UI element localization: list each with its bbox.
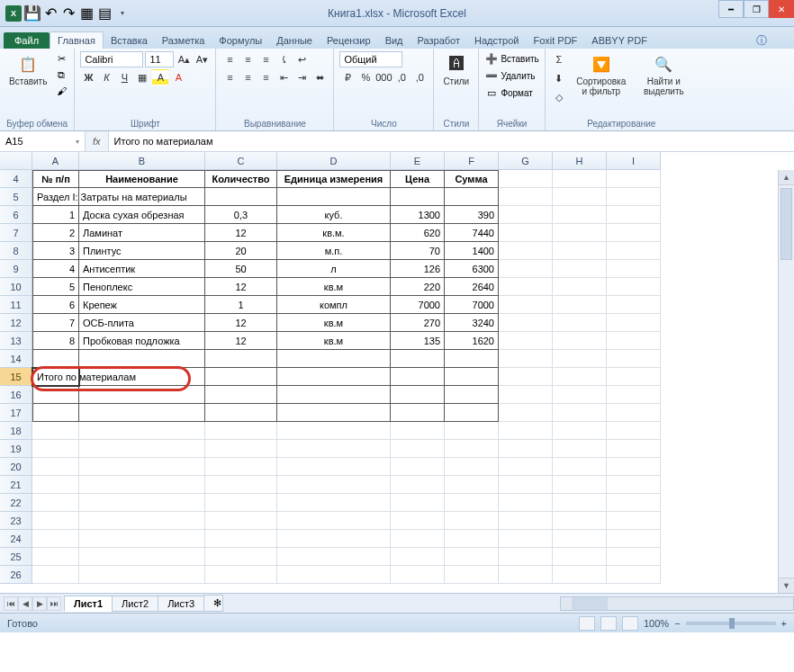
fill-color-button[interactable]: A (152, 69, 168, 85)
insert-cells-button[interactable]: ➕Вставить (484, 51, 538, 66)
cell-A15[interactable]: Итого по материалам (32, 368, 79, 386)
cell-C13[interactable]: 12 (205, 332, 277, 350)
align-center-icon[interactable]: ≡ (239, 69, 256, 85)
cell-C16[interactable] (205, 386, 277, 404)
cell-C7[interactable]: 12 (205, 224, 277, 242)
cell-I15[interactable] (607, 368, 661, 386)
cell-G5[interactable] (499, 188, 553, 206)
number-format-combo[interactable] (339, 51, 402, 67)
cell-C26[interactable] (205, 566, 277, 584)
cell-G8[interactable] (499, 242, 553, 260)
font-size-combo[interactable] (145, 51, 174, 67)
cell-B4[interactable]: Наименование (79, 170, 205, 188)
cell-A9[interactable]: 4 (32, 260, 79, 278)
tab-abbyy[interactable]: ABBYY PDF (584, 32, 654, 49)
cell-A26[interactable] (32, 566, 79, 584)
cell-I13[interactable] (607, 332, 661, 350)
row-header-20[interactable]: 20 (0, 458, 32, 476)
cell-H6[interactable] (553, 206, 607, 224)
cell-E5[interactable] (391, 188, 445, 206)
percent-icon[interactable]: % (357, 69, 374, 85)
cell-F8[interactable]: 1400 (445, 242, 499, 260)
cell-F16[interactable] (445, 386, 499, 404)
cell-A14[interactable] (32, 350, 79, 368)
cell-B6[interactable]: Доска сухая обрезная (79, 206, 205, 224)
cell-I9[interactable] (607, 260, 661, 278)
cell-B24[interactable] (79, 530, 205, 548)
horizontal-scrollbar[interactable] (560, 596, 794, 611)
cell-E11[interactable]: 7000 (391, 296, 445, 314)
align-right-icon[interactable]: ≡ (257, 69, 274, 85)
cell-H14[interactable] (553, 350, 607, 368)
cell-I12[interactable] (607, 314, 661, 332)
cell-B14[interactable] (79, 350, 205, 368)
cell-C21[interactable] (205, 476, 277, 494)
orientation-icon[interactable]: ⤹ (275, 51, 292, 67)
zoom-slider[interactable] (686, 622, 776, 625)
cell-G12[interactable] (499, 314, 553, 332)
sheet-nav-next-icon[interactable]: ▶ (32, 596, 47, 611)
cell-E16[interactable] (391, 386, 445, 404)
cell-E9[interactable]: 126 (391, 260, 445, 278)
cell-E14[interactable] (391, 350, 445, 368)
cell-B10[interactable]: Пеноплекс (79, 278, 205, 296)
cell-E24[interactable] (391, 530, 445, 548)
cell-F20[interactable] (445, 458, 499, 476)
formula-input[interactable]: Итого по материалам (109, 131, 794, 151)
row-header-18[interactable]: 18 (0, 422, 32, 440)
font-color-button[interactable]: A (170, 69, 186, 85)
cell-F19[interactable] (445, 440, 499, 458)
cell-A5[interactable]: Раздел I: Затраты на материалы (32, 188, 79, 206)
cell-H8[interactable] (553, 242, 607, 260)
qat-icon-1[interactable]: ▦ (79, 6, 94, 21)
row-header-15[interactable]: 15 (0, 368, 32, 386)
cell-D22[interactable] (277, 494, 391, 512)
column-header-B[interactable]: B (79, 152, 205, 170)
cell-F23[interactable] (445, 512, 499, 530)
cell-H20[interactable] (553, 458, 607, 476)
tab-insert[interactable]: Вставка (104, 32, 155, 49)
copy-icon[interactable]: ⧉ (54, 67, 68, 82)
zoom-in-button[interactable]: + (781, 618, 787, 629)
row-header-5[interactable]: 5 (0, 188, 32, 206)
row-header-16[interactable]: 16 (0, 386, 32, 404)
cell-D6[interactable]: куб. (277, 206, 391, 224)
cell-B23[interactable] (79, 512, 205, 530)
cell-A21[interactable] (32, 476, 79, 494)
cell-D25[interactable] (277, 548, 391, 566)
worksheet-grid[interactable]: ABCDEFGHI4№ п/пНаименованиеКоличествоЕди… (0, 152, 794, 593)
row-header-10[interactable]: 10 (0, 278, 32, 296)
cell-D11[interactable]: компл (277, 296, 391, 314)
cell-D26[interactable] (277, 566, 391, 584)
sort-filter-button[interactable]: 🔽 Сортировка и фильтр (571, 51, 632, 98)
cell-E4[interactable]: Цена (391, 170, 445, 188)
clear-icon[interactable]: ◇ (551, 89, 567, 105)
cell-G10[interactable] (499, 278, 553, 296)
cell-F15[interactable] (445, 368, 499, 386)
increase-font-icon[interactable]: A▴ (176, 51, 192, 67)
row-header-9[interactable]: 9 (0, 260, 32, 278)
cell-I8[interactable] (607, 242, 661, 260)
cell-G21[interactable] (499, 476, 553, 494)
italic-button[interactable]: К (98, 69, 114, 85)
cell-I25[interactable] (607, 548, 661, 566)
cell-G4[interactable] (499, 170, 553, 188)
namebox-dropdown-icon[interactable]: ▾ (76, 138, 79, 146)
cell-F6[interactable]: 390 (445, 206, 499, 224)
normal-view-button[interactable] (579, 616, 595, 631)
cell-E25[interactable] (391, 548, 445, 566)
cell-B5[interactable] (79, 188, 205, 206)
format-painter-icon[interactable]: 🖌 (54, 84, 68, 98)
cell-E18[interactable] (391, 422, 445, 440)
cell-B26[interactable] (79, 566, 205, 584)
column-header-G[interactable]: G (499, 152, 553, 170)
row-header-12[interactable]: 12 (0, 314, 32, 332)
row-header-17[interactable]: 17 (0, 404, 32, 422)
cell-G6[interactable] (499, 206, 553, 224)
tab-home[interactable]: Главная (50, 31, 104, 49)
qat-dropdown-icon[interactable]: ▾ (115, 6, 130, 21)
tab-file[interactable]: Файл (4, 32, 50, 49)
cell-I5[interactable] (607, 188, 661, 206)
column-header-C[interactable]: C (205, 152, 277, 170)
cell-G19[interactable] (499, 440, 553, 458)
